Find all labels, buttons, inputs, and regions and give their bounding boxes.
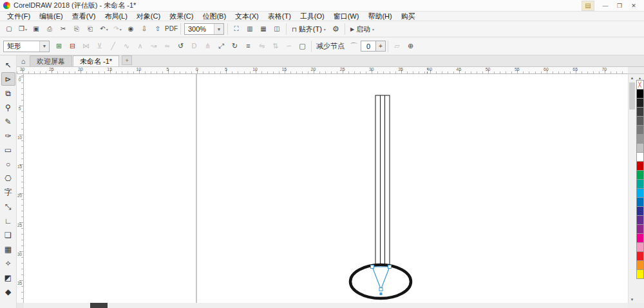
elastic-mode-button[interactable]: ∽ (282, 40, 296, 53)
horizontal-scrollbar[interactable] (24, 303, 628, 308)
connector-tool[interactable]: ∟ (1, 214, 15, 227)
smart-fill-tool[interactable]: ◆ (1, 285, 15, 298)
scroll-up-icon[interactable]: ▲ (629, 74, 636, 81)
menu-item[interactable]: 效果(C) (165, 12, 198, 21)
color-swatch[interactable] (636, 80, 644, 90)
shape-type-combobox[interactable]: 矩形 ▼ (3, 41, 50, 52)
freehand-tool[interactable]: ✎ (1, 115, 15, 128)
color-swatch[interactable] (636, 197, 644, 207)
close-curve-button[interactable]: D (187, 40, 201, 53)
color-swatch[interactable] (636, 125, 644, 135)
maximize-button[interactable]: ❐ (612, 1, 627, 11)
cut-button[interactable]: ✂ (57, 23, 70, 35)
show-grid-button[interactable]: ▦ (257, 23, 270, 35)
color-swatch[interactable] (636, 116, 644, 126)
drawing-canvas[interactable] (24, 74, 628, 303)
smooth-node-button[interactable]: ↝ (147, 40, 160, 53)
color-swatch[interactable] (636, 269, 644, 279)
menu-item[interactable]: 文本(X) (231, 12, 263, 21)
copy-button[interactable]: ⎘ (70, 23, 84, 35)
vertical-scrollbar[interactable]: ▲ ▼ (628, 74, 636, 303)
menu-item[interactable]: 购买 (397, 12, 420, 21)
stretch-nodes-button[interactable]: ⤢ (214, 40, 228, 53)
zoom-tool[interactable]: ⚲ (1, 101, 15, 114)
open-button[interactable]: ❐▾ (16, 23, 30, 35)
document-tab[interactable]: 欢迎屏幕 (30, 55, 72, 66)
drop-shadow-tool[interactable]: ❏ (1, 228, 15, 242)
application-launcher-button[interactable]: ▶ 启动 ▾ (347, 23, 377, 35)
menu-item[interactable]: 编辑(E) (35, 12, 68, 21)
chevron-down-icon[interactable]: ▼ (39, 41, 49, 52)
close-button[interactable]: ✕ (627, 1, 641, 11)
document-tab[interactable]: 未命名 -1* (73, 55, 119, 66)
paste-button[interactable]: ⎗ (84, 23, 97, 35)
color-swatch[interactable] (636, 143, 644, 153)
rotate-skew-nodes-button[interactable]: ↻ (228, 40, 242, 53)
show-rulers-button[interactable]: ▥ (243, 23, 257, 35)
curve-node[interactable] (379, 288, 383, 291)
minimize-button[interactable]: — (598, 1, 612, 11)
menu-item[interactable]: 工具(O) (296, 12, 329, 21)
rectangle-tool[interactable]: ▭ (1, 143, 15, 157)
select-all-nodes-button[interactable]: ▢ (296, 40, 309, 53)
home-icon[interactable]: ⌂ (17, 55, 30, 66)
scroll-down-icon[interactable]: ▼ (629, 296, 636, 303)
color-swatch[interactable] (636, 260, 644, 270)
pencil-body-shape[interactable] (375, 95, 390, 265)
reflect-vertical-button[interactable]: ⇅ (269, 40, 282, 53)
color-swatch[interactable] (636, 89, 644, 99)
zoom-level-combobox[interactable]: 300% ▼ (184, 23, 224, 35)
menu-item[interactable]: 窗口(W) (329, 12, 364, 21)
save-button[interactable]: ▣ (30, 23, 43, 35)
color-swatch[interactable] (636, 152, 644, 162)
chevron-down-icon[interactable]: ▼ (214, 24, 223, 34)
color-eyedropper-tool[interactable]: ✧ (1, 256, 15, 270)
crop-tool[interactable]: ⧉ (1, 86, 15, 100)
text-tool[interactable]: 字 (1, 186, 15, 199)
curve-node[interactable] (371, 265, 374, 269)
account-icon[interactable]: ▤ (582, 1, 594, 11)
artistic-media-tool[interactable]: ✑ (1, 129, 15, 142)
color-swatch[interactable] (636, 170, 644, 180)
fullscreen-preview-button[interactable]: ⛶ (230, 23, 243, 35)
node-properties-button[interactable]: ▱ (390, 40, 404, 53)
delete-nodes-button[interactable]: ⊟ (66, 40, 79, 53)
export-button[interactable]: ⇧ (151, 23, 165, 35)
color-swatch[interactable] (636, 251, 644, 261)
break-nodes-button[interactable]: ⊻ (93, 40, 106, 53)
color-swatch[interactable] (636, 107, 644, 117)
color-swatch[interactable] (636, 242, 644, 252)
symmetrical-node-button[interactable]: ≃ (160, 40, 174, 53)
menu-item[interactable]: 表格(T) (263, 12, 296, 21)
import-button[interactable]: ⇩ (138, 23, 151, 35)
options-button[interactable]: ⚙ (329, 23, 343, 35)
vertical-ruler[interactable]: 05101520253035 (17, 74, 24, 303)
smoothness-increase-button[interactable]: + (376, 41, 386, 52)
color-swatch[interactable] (636, 188, 644, 198)
reverse-direction-button[interactable]: ↺ (174, 40, 187, 53)
pick-tool[interactable]: ↖ (1, 58, 15, 72)
parallel-dimension-tool[interactable]: ⤡ (1, 200, 15, 213)
convert-to-curve-button[interactable]: ∿ (120, 40, 133, 53)
extract-subpath-button[interactable]: ⋔ (201, 40, 214, 53)
new-document-tab-button[interactable]: + (122, 55, 132, 65)
reflect-horizontal-button[interactable]: ⇋ (255, 40, 269, 53)
transparency-tool[interactable]: ▦ (1, 242, 15, 256)
snap-to-button[interactable]: ⊓ 贴齐(T) ▾ (289, 23, 329, 35)
polygon-tool[interactable]: ⎔ (1, 171, 15, 185)
menu-item[interactable]: 帮助(H) (363, 12, 396, 21)
search-content-button[interactable]: ◉ (124, 23, 138, 35)
color-swatch[interactable] (636, 134, 644, 144)
align-nodes-button[interactable]: ≡ (242, 40, 255, 53)
add-preset-button[interactable]: ⊕ (404, 40, 417, 53)
color-swatch[interactable] (636, 224, 644, 234)
convert-to-line-button[interactable]: ╱ (106, 40, 120, 53)
selected-curve-node[interactable] (380, 293, 383, 295)
ellipse-tool[interactable]: ○ (1, 157, 15, 171)
color-swatch[interactable] (636, 206, 644, 216)
menu-item[interactable]: 对象(C) (132, 12, 165, 21)
menu-item[interactable]: 查看(V) (68, 12, 100, 21)
color-swatch[interactable] (636, 215, 644, 225)
vertical-scroll-thumb[interactable] (629, 82, 635, 110)
curve-smoothness-input[interactable]: 0 (361, 41, 376, 52)
